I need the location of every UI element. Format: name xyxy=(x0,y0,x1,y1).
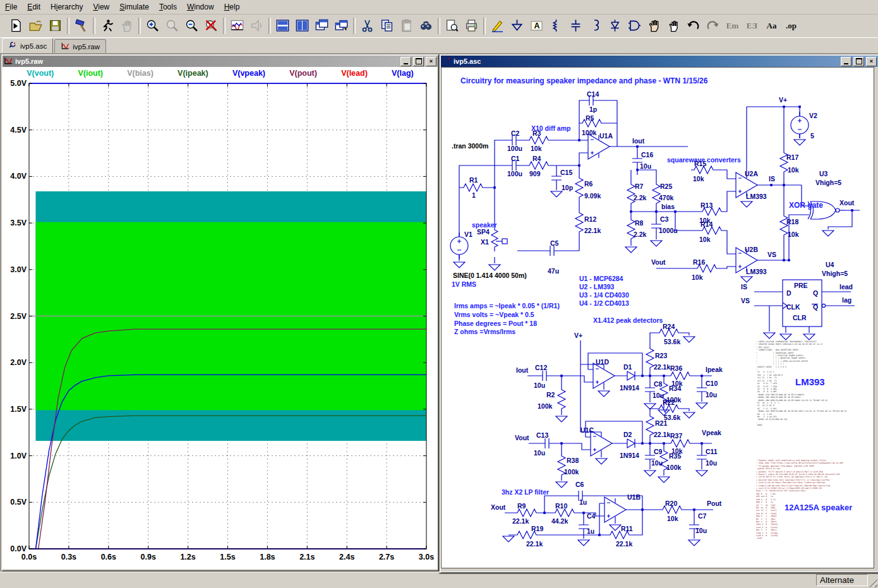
tile-horizontal-button[interactable] xyxy=(273,16,292,35)
menu-simulate[interactable]: Simulate xyxy=(114,1,154,13)
tab-ivp5.raw[interactable]: ivp5.raw xyxy=(54,39,106,53)
copy-button[interactable] xyxy=(377,16,397,35)
waveform-maximize-button[interactable] xyxy=(413,57,424,66)
open-button[interactable] xyxy=(26,16,45,35)
menu-tools[interactable]: Tools xyxy=(154,1,182,13)
menu-edit[interactable]: Edit xyxy=(22,1,45,13)
legend-V(ipeak)[interactable]: V(ipeak) xyxy=(177,69,208,78)
menu-view[interactable]: View xyxy=(88,1,114,13)
paste-button[interactable] xyxy=(397,16,416,35)
svg-text:R11: R11 xyxy=(621,525,633,532)
schematic-close-button[interactable]: × xyxy=(866,57,877,66)
legend-V(vout)[interactable]: V(vout) xyxy=(27,69,54,78)
cut-button[interactable] xyxy=(358,16,377,35)
save-icon xyxy=(49,19,62,32)
zoom-back-button[interactable] xyxy=(162,16,182,35)
control-panel-button[interactable] xyxy=(71,16,91,35)
svg-text:909: 909 xyxy=(529,170,541,177)
wave-icon xyxy=(231,19,244,32)
legend-V(pout)[interactable]: V(pout) xyxy=(289,69,317,78)
svg-text:1p: 1p xyxy=(589,105,597,113)
redo-button[interactable] xyxy=(703,16,723,35)
move-button[interactable] xyxy=(644,16,664,35)
copy-icon xyxy=(380,19,394,32)
zoomin-icon xyxy=(146,19,159,32)
tab-ivp5.asc[interactable]: ivp5.asc xyxy=(2,38,53,53)
svg-text:V+: V+ xyxy=(574,332,582,339)
place-label-button[interactable] xyxy=(527,16,546,35)
legend-V(vpeak)[interactable]: V(vpeak) xyxy=(232,69,265,78)
menu-file[interactable]: File xyxy=(0,1,22,13)
halt-button[interactable] xyxy=(117,16,136,35)
place-component-button[interactable] xyxy=(625,16,644,35)
tile-vertical-button[interactable] xyxy=(292,16,312,35)
toolbar-separator xyxy=(353,18,356,34)
svg-text:Circuitry for measuring speake: Circuitry for measuring speaker impedanc… xyxy=(460,76,708,85)
waveform-minimize-button[interactable] xyxy=(400,57,411,66)
rawdoc-icon xyxy=(61,42,70,51)
schematic-window-titlebar[interactable]: ivp5.asc × xyxy=(441,56,878,67)
drag-button[interactable] xyxy=(664,16,683,35)
menu-window[interactable]: Window xyxy=(182,1,219,13)
svg-text:C5: C5 xyxy=(550,239,559,247)
draw-wire-button[interactable] xyxy=(488,16,507,35)
redo-icon xyxy=(706,19,719,32)
waveform-window-titlebar[interactable]: ivp5.raw × xyxy=(3,56,438,67)
status-bar: Alternate xyxy=(0,572,878,588)
resize-grip-icon[interactable] xyxy=(869,579,877,587)
print-button[interactable] xyxy=(462,16,481,35)
waveform-doc-icon xyxy=(4,57,13,66)
new-schematic-button[interactable] xyxy=(6,16,26,35)
place-capacitor-button[interactable] xyxy=(566,16,586,35)
waveform-plot[interactable]: 5.0V4.5V4.0V3.5V3.0V2.5V2.0V1.5V1.0V0.5V… xyxy=(3,80,434,567)
place-ground-button[interactable] xyxy=(507,16,527,35)
svg-text:Ipeak: Ipeak xyxy=(706,366,723,373)
cascade-windows-button[interactable] xyxy=(312,16,332,35)
zoom-out-button[interactable] xyxy=(182,16,201,35)
svg-text:VS: VS xyxy=(741,297,750,304)
spice-directive-button[interactable]: .op xyxy=(781,16,801,35)
trace-legend: V(vout)V(iout)V(bias)V(ipeak)V(vpeak)V(p… xyxy=(3,67,438,80)
menu-help[interactable]: Help xyxy=(219,1,245,13)
arrange-windows-button[interactable] xyxy=(332,16,351,35)
svg-text:10k: 10k xyxy=(531,145,542,152)
svg-text:1.8s: 1.8s xyxy=(260,553,275,561)
svg-text:10u: 10u xyxy=(706,459,717,467)
autorange-button[interactable] xyxy=(227,16,247,35)
schematic-canvas[interactable]: Circuitry for measuring speaker impedanc… xyxy=(441,67,874,568)
zoom-in-button[interactable] xyxy=(143,16,162,35)
schematic-maximize-button[interactable] xyxy=(853,57,864,66)
legend-V(lag)[interactable]: V(lag) xyxy=(392,69,414,78)
svg-text:C6: C6 xyxy=(575,481,584,488)
svg-text:C10: C10 xyxy=(706,380,718,387)
legend-V(iout)[interactable]: V(iout) xyxy=(78,69,103,78)
svg-text:lead: lead xyxy=(839,283,853,291)
svg-text:100u: 100u xyxy=(507,145,522,152)
efficiency-button[interactable] xyxy=(247,16,267,35)
zoom-full-extents-button[interactable] xyxy=(201,16,221,35)
text-button[interactable]: Aa xyxy=(762,16,781,35)
legend-V(lead)[interactable]: V(lead) xyxy=(341,69,368,78)
print-preview-button[interactable] xyxy=(442,16,462,35)
svg-text:44.2k: 44.2k xyxy=(551,517,568,525)
place-inductor-button[interactable] xyxy=(586,16,605,35)
rotate-button[interactable]: EƎ xyxy=(742,16,762,35)
waveform-close-button[interactable]: × xyxy=(426,57,436,66)
svg-text:Iout: Iout xyxy=(632,137,645,145)
place-resistor-button[interactable] xyxy=(546,16,566,35)
run-button[interactable] xyxy=(97,16,117,35)
undo-button[interactable] xyxy=(683,16,703,35)
svg-text:.tran 3000m: .tran 3000m xyxy=(452,142,488,150)
svg-text:Vout: Vout xyxy=(515,434,529,441)
svg-text:5.0V: 5.0V xyxy=(10,80,27,88)
document-tab-bar: ivp5.ascivp5.raw xyxy=(0,38,878,53)
place-diode-button[interactable] xyxy=(605,16,625,35)
svg-text:IS: IS xyxy=(741,283,747,291)
mirror-button[interactable]: Em xyxy=(723,16,742,35)
svg-text:R24: R24 xyxy=(663,323,675,330)
menu-hierarchy[interactable]: Hierarchy xyxy=(45,1,88,13)
save-button[interactable] xyxy=(45,16,65,35)
find-button[interactable] xyxy=(416,16,436,35)
legend-V(bias)[interactable]: V(bias) xyxy=(127,69,153,78)
schematic-minimize-button[interactable] xyxy=(841,57,851,66)
